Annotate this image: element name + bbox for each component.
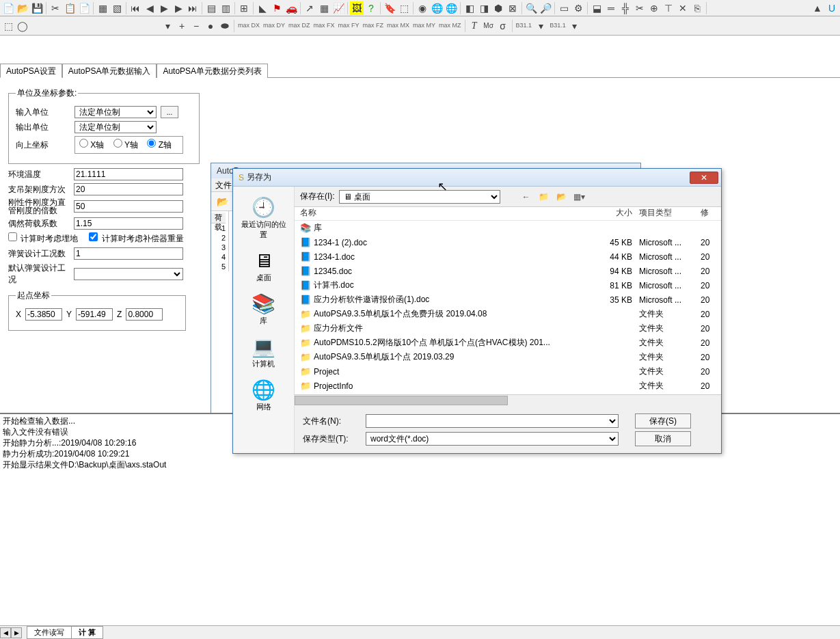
help-icon[interactable]: ? [364, 1, 378, 15]
first-icon[interactable]: ⏮ [128, 1, 142, 15]
pipe2-icon[interactable]: ╬ [619, 1, 632, 15]
cube-icon[interactable]: ◧ [463, 1, 476, 15]
settings-icon[interactable]: ⚙ [571, 1, 585, 15]
max-mx-label[interactable]: max MX [385, 23, 411, 29]
max-dx-label[interactable]: max DX [236, 23, 261, 29]
minus-icon[interactable]: − [189, 19, 203, 33]
save-button[interactable]: 保存(S) [635, 413, 691, 429]
axis-y-radio[interactable]: Y轴 [113, 140, 138, 150]
place-recent[interactable]: 🕘最近访问的位置 [240, 195, 288, 240]
input-unit-select[interactable]: 法定单位制 [74, 106, 157, 118]
max-dy-label[interactable]: max DY [262, 23, 286, 29]
scroll-right-icon[interactable]: ▶ [11, 627, 22, 638]
doc2-icon[interactable]: ▧ [110, 1, 124, 15]
u-icon[interactable]: U [825, 1, 839, 15]
new-folder-icon[interactable]: 📂 [555, 190, 569, 204]
file-row[interactable]: 📚库 [295, 221, 721, 235]
b311-label-2[interactable]: B31.1 [548, 23, 567, 29]
play-icon[interactable]: ▶ [157, 1, 171, 15]
file-row[interactable]: 📘1234-1 (2).doc45 KBMicrosoft ...20 [295, 235, 721, 249]
max-fz-label[interactable]: max FZ [362, 23, 385, 29]
bottom-tab-compute[interactable]: 计 算 [71, 626, 103, 639]
paste-icon[interactable]: 📄 [77, 1, 91, 15]
stiffness-exp-input[interactable] [74, 183, 183, 195]
file-row[interactable]: 📘计算书.doc81 KBMicrosoft ...20 [295, 278, 721, 293]
file-row[interactable]: 📁AutoPSA9.3.5单机版1个点免费升级 2019.04.08文件夹20 [295, 307, 721, 321]
tag-icon[interactable]: 🔖 [383, 1, 396, 15]
rigid-mult-input[interactable] [74, 200, 183, 213]
export-icon[interactable]: ↗ [303, 1, 316, 15]
cb-buried[interactable]: 计算时考虑埋地 [8, 232, 78, 245]
place-network[interactable]: 🌐网络 [240, 377, 288, 412]
pivot-icon[interactable]: ⊞ [237, 1, 251, 15]
scroll-left-icon[interactable]: ◀ [0, 627, 11, 638]
view-menu-icon[interactable]: ▦▾ [573, 190, 586, 204]
file-row[interactable]: 📘1234-1.doc44 KBMicrosoft ...20 [295, 249, 721, 264]
ellipsis-button[interactable]: ... [161, 106, 178, 118]
cylinder-icon[interactable]: ⬢ [491, 1, 505, 15]
ellipse-icon[interactable]: ⬬ [218, 19, 232, 33]
close-button[interactable]: ✕ [690, 172, 718, 184]
back-icon[interactable]: ← [519, 190, 533, 204]
tool-icon[interactable]: ⬚ [1, 19, 15, 33]
next-icon[interactable]: ▶ [172, 1, 185, 15]
chevron-down-icon[interactable]: ▾ [534, 19, 547, 33]
file-row[interactable]: 📁AutoPSA9.3.5单机版1个点 2019.03.29文件夹20 [295, 350, 721, 364]
tab-unit-input[interactable]: AutoPSA单元数据输入 [62, 64, 157, 78]
place-desktop[interactable]: 🖥桌面 [240, 248, 288, 283]
copy-icon[interactable]: 📋 [63, 1, 77, 15]
cancel-button[interactable]: 取消 [635, 431, 691, 446]
cross-icon[interactable]: ✕ [676, 1, 690, 15]
place-libraries[interactable]: 📚库 [240, 291, 288, 326]
sigma-icon[interactable]: σ [496, 19, 510, 33]
cut-icon[interactable]: ✂ [49, 1, 62, 15]
filetype-select[interactable]: word文件(*.doc) [366, 432, 619, 446]
file-row[interactable]: 📘12345.doc94 KBMicrosoft ...20 [295, 264, 721, 278]
chevron-down-icon[interactable]: ▾ [568, 19, 582, 33]
file-row[interactable]: 📁AutoPDMS10.5.2网络版10个点 单机版1个点(含HVAC模块) 2… [295, 336, 721, 350]
plus-icon[interactable]: + [175, 19, 189, 33]
dialog-titlebar[interactable]: S 另存为 ✕ [233, 169, 721, 187]
spring-cases-input[interactable] [74, 247, 183, 260]
horizontal-scrollbar[interactable] [295, 394, 721, 405]
doc-icon[interactable]: ▦ [96, 1, 109, 15]
file-list-header[interactable]: 名称 大小 项目类型 修 [295, 207, 721, 221]
file-row[interactable]: 📘应力分析软件邀请报价函(1).doc35 KBMicrosoft ...20 [295, 293, 721, 307]
load-acc-input[interactable] [74, 217, 183, 230]
a-icon[interactable]: ▲ [811, 1, 824, 15]
tank-icon[interactable]: ⬓ [590, 1, 604, 15]
car-icon[interactable]: 🚗 [284, 1, 298, 15]
up-icon[interactable]: 📁 [537, 190, 551, 204]
grid1-icon[interactable]: ▤ [204, 1, 218, 15]
header-name[interactable]: 名称 [295, 207, 584, 220]
file-list[interactable]: 📚库📘1234-1 (2).doc45 KBMicrosoft ...20📘12… [295, 221, 721, 394]
mo-icon[interactable]: Mσ [482, 19, 496, 33]
t-icon[interactable]: T [468, 19, 481, 33]
axis-z-radio[interactable]: Z轴 [147, 140, 172, 150]
circle-icon[interactable]: ◯ [16, 19, 29, 33]
tab-settings[interactable]: AutoPSA设置 [0, 64, 62, 78]
last-icon[interactable]: ⏭ [186, 1, 200, 15]
filename-input[interactable] [366, 414, 619, 428]
globe2-icon[interactable]: 🌐 [444, 1, 458, 15]
net-icon[interactable]: ⊠ [506, 1, 519, 15]
bottom-tab-fileio[interactable]: 文件读写 [27, 626, 72, 639]
max-mz-label[interactable]: max MZ [437, 23, 463, 29]
output-unit-select[interactable]: 法定单位制 [74, 121, 157, 133]
new-file-icon[interactable]: 📄 [1, 1, 15, 15]
dot-icon[interactable]: ● [204, 19, 217, 33]
cube2-icon[interactable]: ◨ [477, 1, 491, 15]
save-in-select[interactable]: 🖥 桌面 [339, 190, 500, 204]
join-icon[interactable]: ⊕ [647, 1, 661, 15]
y-input[interactable] [76, 308, 113, 321]
triangle-icon[interactable]: ◣ [256, 1, 269, 15]
tab-unit-list[interactable]: AutoPSA单元数据分类列表 [157, 64, 268, 78]
file-row[interactable]: 📁Project文件夹20 [295, 364, 721, 379]
z-input[interactable] [126, 308, 163, 321]
copy2-icon[interactable]: ⎘ [690, 1, 704, 15]
image-icon[interactable]: 🖼 [350, 1, 364, 15]
table-icon[interactable]: ▦ [317, 1, 331, 15]
max-fy-label[interactable]: max FY [337, 23, 361, 29]
b311-label-1[interactable]: B31.1 [515, 23, 534, 29]
graph-icon[interactable]: 📈 [331, 1, 345, 15]
